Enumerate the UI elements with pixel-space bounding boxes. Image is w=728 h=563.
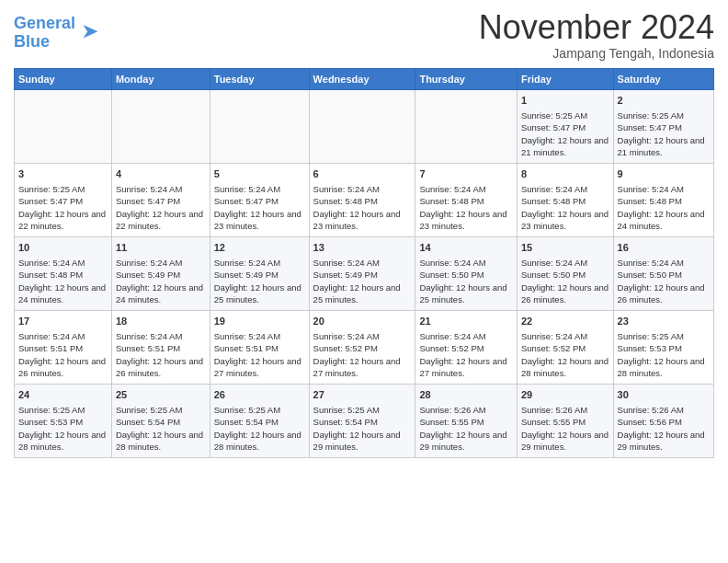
sunrise-info: Sunrise: 5:25 AM [18, 183, 108, 195]
day-number: 16 [618, 241, 710, 255]
sunset-info: Sunset: 5:52 PM [313, 342, 412, 354]
day-number: 15 [521, 241, 609, 255]
daylight-info: Daylight: 12 hours and 27 minutes. [214, 355, 305, 380]
daylight-info: Daylight: 12 hours and 25 minutes. [419, 282, 513, 306]
sunrise-info: Sunrise: 5:24 AM [419, 330, 513, 342]
calendar-cell: 1Sunrise: 5:25 AMSunset: 5:47 PMDaylight… [517, 89, 613, 163]
week-row-2: 3Sunrise: 5:25 AMSunset: 5:47 PMDaylight… [15, 163, 714, 236]
sunrise-info: Sunrise: 5:25 AM [521, 109, 609, 121]
sunrise-info: Sunrise: 5:24 AM [214, 183, 305, 195]
day-number: 12 [214, 241, 305, 255]
daylight-info: Daylight: 12 hours and 26 minutes. [18, 355, 108, 380]
day-number: 23 [618, 315, 710, 328]
weekday-header-friday: Friday [517, 68, 613, 89]
sunrise-info: Sunrise: 5:24 AM [521, 257, 609, 269]
calendar-cell: 15Sunrise: 5:24 AMSunset: 5:50 PMDayligh… [517, 236, 613, 310]
daylight-info: Daylight: 12 hours and 29 minutes. [521, 429, 609, 454]
calendar-cell: 8Sunrise: 5:24 AMSunset: 5:48 PMDaylight… [517, 163, 613, 236]
daylight-info: Daylight: 12 hours and 23 minutes. [313, 208, 412, 233]
weekday-header-thursday: Thursday [415, 68, 518, 89]
daylight-info: Daylight: 12 hours and 24 minutes. [18, 282, 108, 306]
sunset-info: Sunset: 5:52 PM [521, 342, 609, 354]
sunrise-info: Sunrise: 5:24 AM [214, 257, 305, 269]
weekday-header-tuesday: Tuesday [210, 68, 309, 89]
calendar-cell: 17Sunrise: 5:24 AMSunset: 5:51 PMDayligh… [15, 310, 112, 384]
sunrise-info: Sunrise: 5:24 AM [521, 330, 609, 342]
sunrise-info: Sunrise: 5:24 AM [116, 257, 206, 269]
calendar-cell: 21Sunrise: 5:24 AMSunset: 5:52 PMDayligh… [415, 310, 518, 384]
logo-text: General Blue [14, 15, 75, 52]
month-title: November 2024 [479, 9, 714, 46]
day-number: 21 [419, 315, 513, 328]
calendar-cell: 16Sunrise: 5:24 AMSunset: 5:50 PMDayligh… [613, 236, 713, 310]
week-row-5: 24Sunrise: 5:25 AMSunset: 5:53 PMDayligh… [15, 384, 714, 457]
daylight-info: Daylight: 12 hours and 29 minutes. [419, 429, 513, 454]
day-number: 13 [313, 241, 412, 255]
sunrise-info: Sunrise: 5:24 AM [618, 257, 710, 269]
sunset-info: Sunset: 5:54 PM [214, 416, 305, 428]
logo-icon [77, 21, 99, 43]
calendar-cell [415, 89, 518, 163]
sunset-info: Sunset: 5:48 PM [18, 269, 108, 281]
day-number: 8 [521, 167, 609, 181]
daylight-info: Daylight: 12 hours and 27 minutes. [313, 355, 412, 380]
sunset-info: Sunset: 5:51 PM [18, 342, 108, 354]
calendar-cell: 4Sunrise: 5:24 AMSunset: 5:47 PMDaylight… [111, 163, 210, 236]
sunset-info: Sunset: 5:47 PM [214, 195, 305, 207]
sunrise-info: Sunrise: 5:24 AM [18, 257, 108, 269]
sunset-info: Sunset: 5:50 PM [419, 269, 513, 281]
daylight-info: Daylight: 12 hours and 26 minutes. [521, 282, 609, 306]
sunrise-info: Sunrise: 5:24 AM [116, 183, 206, 195]
daylight-info: Daylight: 12 hours and 28 minutes. [618, 355, 710, 380]
calendar-cell [210, 89, 309, 163]
day-number: 22 [521, 315, 609, 328]
calendar-cell: 13Sunrise: 5:24 AMSunset: 5:49 PMDayligh… [309, 236, 415, 310]
sunrise-info: Sunrise: 5:25 AM [18, 404, 108, 416]
sunset-info: Sunset: 5:49 PM [116, 269, 206, 281]
sunrise-info: Sunrise: 5:24 AM [521, 183, 609, 195]
sunrise-info: Sunrise: 5:24 AM [313, 330, 412, 342]
sunset-info: Sunset: 5:55 PM [521, 416, 609, 428]
sunrise-info: Sunrise: 5:25 AM [214, 404, 305, 416]
calendar-table: SundayMondayTuesdayWednesdayThursdayFrid… [14, 68, 714, 458]
day-number: 27 [313, 388, 412, 402]
calendar-cell: 7Sunrise: 5:24 AMSunset: 5:48 PMDaylight… [415, 163, 518, 236]
day-number: 14 [419, 241, 513, 255]
week-row-4: 17Sunrise: 5:24 AMSunset: 5:51 PMDayligh… [15, 310, 714, 384]
day-number: 6 [313, 167, 412, 181]
day-number: 4 [116, 167, 206, 181]
daylight-info: Daylight: 12 hours and 29 minutes. [618, 429, 710, 454]
sunset-info: Sunset: 5:51 PM [214, 342, 305, 354]
day-number: 26 [214, 388, 305, 402]
sunrise-info: Sunrise: 5:25 AM [618, 330, 710, 342]
day-number: 10 [18, 241, 108, 255]
weekday-header-row: SundayMondayTuesdayWednesdayThursdayFrid… [15, 68, 714, 89]
daylight-info: Daylight: 12 hours and 22 minutes. [18, 208, 108, 233]
sunset-info: Sunset: 5:54 PM [313, 416, 412, 428]
svg-marker-0 [83, 25, 97, 38]
daylight-info: Daylight: 12 hours and 24 minutes. [618, 208, 710, 233]
sunset-info: Sunset: 5:56 PM [618, 416, 710, 428]
sunrise-info: Sunrise: 5:25 AM [313, 404, 412, 416]
sunrise-info: Sunrise: 5:24 AM [419, 183, 513, 195]
calendar-cell: 2Sunrise: 5:25 AMSunset: 5:47 PMDaylight… [613, 89, 713, 163]
calendar-cell [15, 89, 112, 163]
day-number: 19 [214, 315, 305, 328]
calendar-cell: 26Sunrise: 5:25 AMSunset: 5:54 PMDayligh… [210, 384, 309, 457]
sunset-info: Sunset: 5:49 PM [214, 269, 305, 281]
day-number: 2 [618, 94, 710, 108]
weekday-header-sunday: Sunday [15, 68, 112, 89]
sunset-info: Sunset: 5:50 PM [521, 269, 609, 281]
day-number: 17 [18, 315, 108, 328]
sunrise-info: Sunrise: 5:24 AM [618, 183, 710, 195]
daylight-info: Daylight: 12 hours and 25 minutes. [214, 282, 305, 306]
day-number: 3 [18, 167, 108, 181]
week-row-1: 1Sunrise: 5:25 AMSunset: 5:47 PMDaylight… [15, 89, 714, 163]
daylight-info: Daylight: 12 hours and 28 minutes. [18, 429, 108, 454]
calendar-cell: 14Sunrise: 5:24 AMSunset: 5:50 PMDayligh… [415, 236, 518, 310]
calendar-cell: 19Sunrise: 5:24 AMSunset: 5:51 PMDayligh… [210, 310, 309, 384]
daylight-info: Daylight: 12 hours and 23 minutes. [521, 208, 609, 233]
sunrise-info: Sunrise: 5:26 AM [521, 404, 609, 416]
calendar-cell [111, 89, 210, 163]
sunrise-info: Sunrise: 5:26 AM [419, 404, 513, 416]
